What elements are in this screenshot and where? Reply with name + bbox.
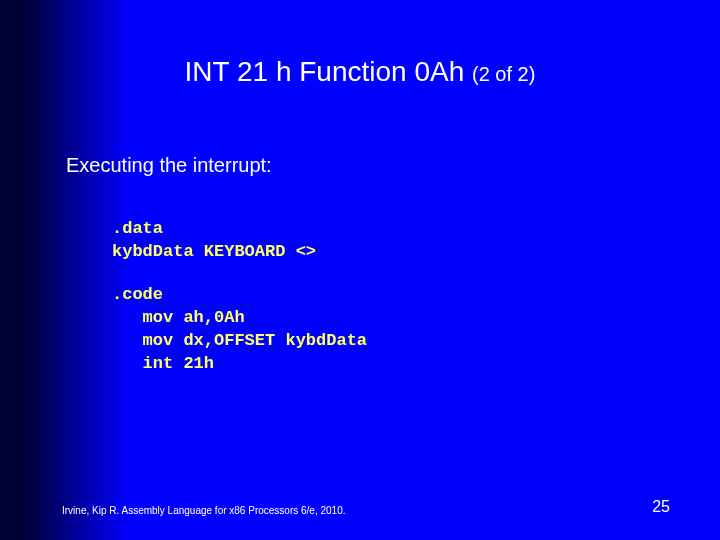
page-number: 25: [652, 498, 670, 516]
code-block-code: .code mov ah,0Ah mov dx,OFFSET kybdData …: [112, 284, 367, 376]
title-main: INT 21 h Function 0Ah: [185, 56, 472, 87]
footer-citation: Irvine, Kip R. Assembly Language for x86…: [62, 505, 346, 516]
slide: INT 21 h Function 0Ah (2 of 2) Executing…: [0, 0, 720, 540]
body-text: Executing the interrupt:: [66, 154, 272, 177]
code-block-data: .data kybdData KEYBOARD <>: [112, 218, 316, 264]
slide-title: INT 21 h Function 0Ah (2 of 2): [0, 56, 720, 88]
title-sub: (2 of 2): [472, 63, 535, 85]
